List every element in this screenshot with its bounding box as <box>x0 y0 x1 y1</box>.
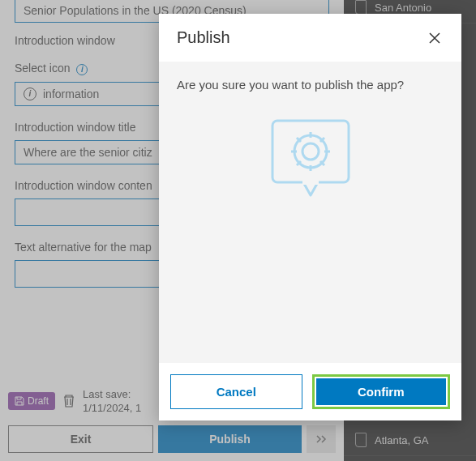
gear-bubble-icon <box>266 114 355 203</box>
svg-rect-1 <box>302 181 319 185</box>
svg-rect-0 <box>272 121 349 182</box>
close-button[interactable] <box>426 29 444 47</box>
confirm-button[interactable]: Confirm <box>316 378 447 405</box>
close-icon <box>429 32 440 44</box>
svg-point-2 <box>302 143 319 160</box>
svg-point-3 <box>294 135 327 168</box>
cancel-button[interactable]: Cancel <box>170 374 302 409</box>
highlight-ring: Confirm <box>312 374 451 409</box>
dialog-title: Publish <box>177 28 230 47</box>
dialog-message: Are you sure you want to publish the app… <box>177 78 404 92</box>
publish-dialog: Publish Are you sure you want to publish… <box>159 14 461 420</box>
